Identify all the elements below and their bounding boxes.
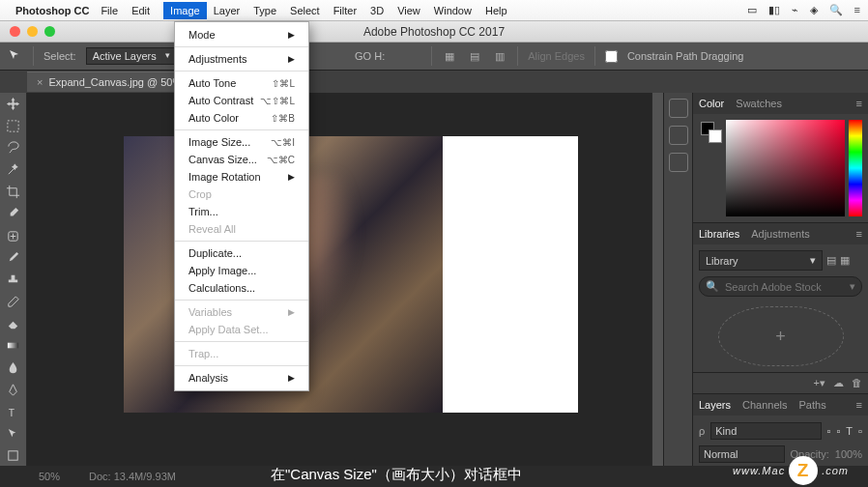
menu-item-trim-[interactable]: Trim... xyxy=(175,203,308,220)
add-icon[interactable]: +▾ xyxy=(814,377,825,389)
menu-item-duplicate-[interactable]: Duplicate... xyxy=(175,244,308,262)
menu-item-auto-contrast[interactable]: Auto Contrast⌥⇧⌘L xyxy=(175,92,308,109)
filter-icon[interactable]: ▫ xyxy=(836,425,840,437)
panel-menu-icon[interactable]: ≡ xyxy=(856,98,862,109)
panel-menu-icon[interactable]: ≡ xyxy=(856,399,862,411)
menu-3d[interactable]: 3D xyxy=(370,5,384,16)
crop-tool[interactable] xyxy=(3,183,24,201)
tab-paths[interactable]: Paths xyxy=(799,399,826,411)
move-tool[interactable] xyxy=(3,95,24,113)
gradient-tool[interactable] xyxy=(3,337,24,356)
align-icon-1[interactable]: ▦ xyxy=(442,48,457,64)
menu-image[interactable]: Image xyxy=(163,2,207,19)
panel-strip[interactable] xyxy=(651,93,663,487)
library-dropzone[interactable]: + xyxy=(718,306,844,366)
collapsed-panel-dock xyxy=(663,93,692,487)
color-panel: Color Swatches ≡ xyxy=(693,93,868,223)
panel-menu-icon[interactable]: ≡ xyxy=(856,228,862,240)
history-brush-tool[interactable] xyxy=(3,293,24,311)
bluetooth-icon[interactable]: ⌁ xyxy=(792,4,798,16)
canvas-area[interactable] xyxy=(27,93,651,487)
collapsed-panel-icon[interactable] xyxy=(669,126,688,145)
tab-channels[interactable]: Channels xyxy=(742,399,787,411)
layer-kind-filter[interactable]: Kind xyxy=(710,422,821,440)
menu-item-auto-color[interactable]: Auto Color⇧⌘B xyxy=(175,109,308,127)
brush-tool[interactable] xyxy=(3,248,24,267)
menu-item-mode[interactable]: Mode▶ xyxy=(175,26,308,43)
pen-tool[interactable] xyxy=(3,381,24,399)
menu-item-image-size-[interactable]: Image Size...⌥⌘I xyxy=(175,133,308,151)
zoom-level[interactable]: 50% xyxy=(39,471,60,482)
collapsed-panel-icon[interactable] xyxy=(669,153,688,172)
cloud-icon[interactable]: ☁ xyxy=(833,377,844,389)
chevron-down-icon[interactable]: ▾ xyxy=(850,280,855,293)
collapsed-panel-icon[interactable] xyxy=(669,99,688,118)
type-tool[interactable]: T xyxy=(3,403,24,421)
logo-z: Z xyxy=(789,456,818,485)
menu-item-canvas-size-[interactable]: Canvas Size...⌥⌘C xyxy=(175,151,308,168)
search-placeholder: Search Adobe Stock xyxy=(725,281,822,293)
menu-filter[interactable]: Filter xyxy=(333,5,357,16)
fg-bg-swatch[interactable] xyxy=(699,120,722,216)
stamp-tool[interactable] xyxy=(3,271,24,289)
menu-select[interactable]: Select xyxy=(290,5,320,16)
constrain-checkbox[interactable] xyxy=(605,50,618,63)
close-button[interactable] xyxy=(10,26,20,37)
grid-view-icon[interactable]: ▦ xyxy=(840,254,850,267)
hue-slider[interactable] xyxy=(849,120,862,216)
filter-icon[interactable]: ▫ xyxy=(827,425,831,437)
menu-help[interactable]: Help xyxy=(485,5,507,16)
blur-tool[interactable] xyxy=(3,358,24,377)
list-view-icon[interactable]: ▤ xyxy=(826,254,836,267)
color-field[interactable] xyxy=(726,120,845,216)
tab-libraries[interactable]: Libraries xyxy=(699,228,739,240)
heal-tool[interactable] xyxy=(3,227,24,245)
menu-item-calculations-[interactable]: Calculations... xyxy=(175,279,308,297)
path-selection-icon[interactable] xyxy=(8,48,23,64)
menu-item-adjustments[interactable]: Adjustments▶ xyxy=(175,50,308,68)
stock-search[interactable]: 🔍 Search Adobe Stock ▾ xyxy=(699,276,862,297)
display-icon[interactable]: ▭ xyxy=(747,4,757,16)
window-titlebar: Adobe Photoshop CC 2017 xyxy=(0,21,868,43)
app-name[interactable]: Photoshop CC xyxy=(15,5,89,16)
menu-item-analysis[interactable]: Analysis▶ xyxy=(175,369,308,387)
tab-color[interactable]: Color xyxy=(699,98,724,109)
eraser-tool[interactable] xyxy=(3,315,24,333)
panels-dock: Color Swatches ≡ Libraries Adjustments ≡… xyxy=(692,93,868,487)
menu-layer[interactable]: Layer xyxy=(214,5,241,16)
doc-size[interactable]: Doc: 13.4M/9.93M xyxy=(89,471,176,482)
path-select-tool[interactable] xyxy=(3,425,24,444)
tab-layers[interactable]: Layers xyxy=(699,399,731,411)
shape-tool[interactable] xyxy=(3,447,24,466)
extended-canvas xyxy=(443,136,578,413)
close-tab-icon[interactable]: × xyxy=(37,76,43,88)
tab-swatches[interactable]: Swatches xyxy=(736,98,782,109)
select-dropdown[interactable]: Active Layers xyxy=(86,47,175,65)
menu-view[interactable]: View xyxy=(397,5,420,16)
menu-edit[interactable]: Edit xyxy=(131,5,150,16)
lasso-tool[interactable] xyxy=(3,139,24,158)
menu-icon[interactable]: ≡ xyxy=(854,4,860,16)
zoom-button[interactable] xyxy=(44,26,55,37)
filter-icon[interactable]: T xyxy=(846,425,853,437)
spotlight-icon[interactable]: 🔍 xyxy=(829,4,843,16)
align-icon-3[interactable]: ▥ xyxy=(492,48,507,64)
tab-adjustments[interactable]: Adjustments xyxy=(751,228,810,240)
menu-type[interactable]: Type xyxy=(253,5,276,16)
menu-item-image-rotation[interactable]: Image Rotation▶ xyxy=(175,168,308,186)
wand-tool[interactable] xyxy=(3,160,24,179)
menu-item-auto-tone[interactable]: Auto Tone⇧⌘L xyxy=(175,74,308,92)
filter-icon[interactable]: ▫ xyxy=(858,425,862,437)
menu-file[interactable]: File xyxy=(101,5,118,16)
minimize-button[interactable] xyxy=(27,26,38,37)
trash-icon[interactable]: 🗑 xyxy=(852,377,862,389)
eyedropper-tool[interactable] xyxy=(3,205,24,223)
marquee-tool[interactable] xyxy=(3,117,24,135)
align-icon-2[interactable]: ▤ xyxy=(467,48,482,64)
library-dropdown[interactable]: Library xyxy=(699,250,823,271)
doc-tab-bar: × Expand_Canvas.jpg @ 50% (RGB/ xyxy=(0,71,868,93)
menu-item-apply-image-[interactable]: Apply Image... xyxy=(175,262,308,279)
menu-window[interactable]: Window xyxy=(434,5,472,16)
battery-icon[interactable]: ▮▯ xyxy=(768,4,780,16)
wifi-icon[interactable]: ◈ xyxy=(810,4,818,16)
